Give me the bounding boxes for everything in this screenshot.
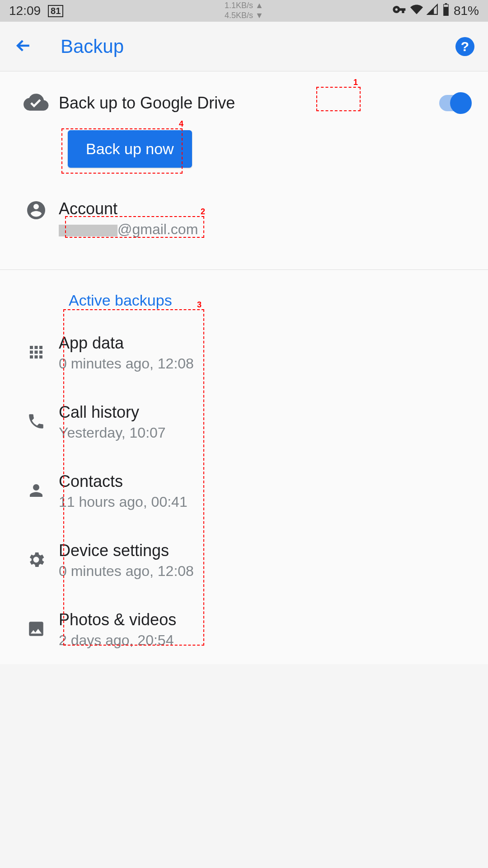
item-subtitle: 0 minutes ago, 12:08 <box>59 355 474 372</box>
item-title: Call history <box>59 403 474 422</box>
wifi-icon <box>410 3 423 19</box>
gear-icon <box>26 550 46 571</box>
account-email: @gmail.com <box>59 221 474 238</box>
item-subtitle: Yesterday, 10:07 <box>59 425 474 441</box>
account-icon <box>25 199 47 223</box>
backup-item-device-settings[interactable]: Device settings 0 minutes ago, 12:08 <box>0 526 488 595</box>
vpn-key-icon <box>392 2 407 20</box>
annotation-label-2: 2 <box>201 207 205 217</box>
network-speed: 1.1KB/s ▲ 4.5KB/s ▼ <box>225 1 263 20</box>
backup-toggle-row[interactable]: Back up to Google Drive <box>0 71 488 126</box>
person-icon <box>27 481 46 502</box>
phone-icon <box>27 412 46 433</box>
battery-icon <box>442 3 450 19</box>
item-subtitle: 0 minutes ago, 12:08 <box>59 563 474 580</box>
signal-icon <box>427 4 438 19</box>
page-title: Backup <box>61 36 455 57</box>
item-title: Photos & videos <box>59 610 474 629</box>
item-title: Contacts <box>59 472 474 491</box>
backup-item-photos-videos[interactable]: Photos & videos 2 days ago, 20:54 <box>0 595 488 664</box>
app-bar: Backup ? <box>0 22 488 71</box>
item-title: Device settings <box>59 541 474 560</box>
annotation-label-3: 3 <box>197 300 202 310</box>
account-label: Account <box>59 199 474 218</box>
battery-percent: 81% <box>454 4 479 18</box>
account-row[interactable]: Account @gmail.com <box>0 181 488 260</box>
item-subtitle: 11 hours ago, 00:41 <box>59 494 474 510</box>
backup-item-contacts[interactable]: Contacts 11 hours ago, 00:41 <box>0 457 488 526</box>
item-title: App data <box>59 334 474 353</box>
annotation-label-4: 4 <box>179 119 183 129</box>
status-bar: 12:09 81 1.1KB/s ▲ 4.5KB/s ▼ 81% <box>0 0 488 22</box>
backup-toggle-label: Back up to Google Drive <box>59 94 439 113</box>
status-time: 12:09 <box>9 4 41 18</box>
svg-rect-0 <box>444 5 448 7</box>
backup-item-app-data[interactable]: App data 0 minutes ago, 12:08 <box>0 318 488 387</box>
backup-item-call-history[interactable]: Call history Yesterday, 10:07 <box>0 387 488 457</box>
cloud-done-icon <box>23 90 49 117</box>
back-icon[interactable] <box>14 36 33 57</box>
item-subtitle: 2 days ago, 20:54 <box>59 632 474 649</box>
backup-now-button[interactable]: Back up now <box>68 130 192 168</box>
apps-icon <box>27 343 46 363</box>
backup-toggle-switch[interactable] <box>439 95 470 111</box>
image-icon <box>27 619 46 640</box>
calendar-icon: 81 <box>48 5 63 17</box>
active-backups-header: Active backups <box>0 270 488 318</box>
email-redacted <box>59 225 117 236</box>
annotation-label-1: 1 <box>353 78 358 87</box>
help-icon[interactable]: ? <box>455 37 474 56</box>
